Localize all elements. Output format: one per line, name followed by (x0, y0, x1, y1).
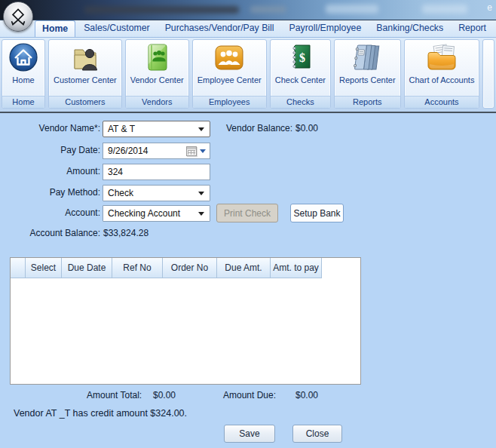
ribbon-button-home[interactable] (8, 40, 38, 75)
account-balance-value: $33,824.28 (103, 228, 148, 238)
vendor-credit-note: Vendor AT _T has credit amount $324.00. (14, 408, 187, 419)
chart-of-accounts-icon (424, 41, 459, 76)
vendor-name-select[interactable]: AT & T (103, 121, 210, 137)
chevron-down-icon (198, 192, 204, 195)
ribbon-button-label[interactable]: Chart of Accounts (405, 75, 479, 87)
customer-center-icon (69, 41, 102, 76)
amount-total-label: Amount Total: (87, 390, 142, 400)
home-icon (8, 41, 38, 76)
ribbon: HomeHomeCustomer CenterCustomersVendor C… (0, 38, 496, 113)
titlebar-corner-text: e (487, 2, 492, 13)
pay-date-label: Pay Date: (0, 145, 100, 155)
titlebar-highlight (422, 5, 467, 14)
chevron-down-icon (198, 212, 204, 216)
tab-banking-checks[interactable]: Banking/Checks (369, 20, 450, 37)
ribbon-group-footer: Customers (49, 96, 121, 108)
ribbon-group-footer: Employees (193, 96, 266, 108)
ribbon-group-footer: Accounts (405, 96, 479, 108)
ribbon-group-footer: Reports (335, 96, 400, 108)
column-header-due-date[interactable]: Due Date (62, 258, 112, 278)
blurred-title-text (84, 6, 239, 14)
svg-text:$: $ (299, 51, 305, 64)
ribbon-group-footer: Checks (271, 96, 330, 108)
tab-sales-customer[interactable]: Sales/Customer (77, 20, 156, 37)
tab-home[interactable]: Home (35, 20, 75, 37)
ribbon-group-reports: Reports CenterReports (334, 39, 401, 109)
row-selector-header[interactable] (11, 258, 26, 278)
amount-due-value: $0.00 (295, 390, 318, 400)
close-button[interactable]: Close (292, 425, 342, 443)
ribbon-button-label[interactable]: Check Center (271, 75, 330, 87)
chevron-down-icon (198, 127, 204, 131)
titlebar-highlight (326, 5, 378, 14)
chevron-down-icon[interactable] (200, 149, 206, 153)
check-center-icon: $ (284, 41, 316, 76)
bills-grid: SelectDue DateRef NoOrder NoDue Amt.Amt.… (10, 257, 361, 385)
column-header-ref-no[interactable]: Ref No (112, 258, 163, 278)
tab-payroll-employee[interactable]: Payroll/Employee (283, 20, 369, 37)
vendor-balance-value: $0.00 (295, 123, 318, 133)
ribbon-button-label[interactable]: Customer Center (49, 75, 121, 87)
ribbon-button-label[interactable]: Reports Center (335, 75, 400, 87)
pay-method-value: Check (108, 188, 133, 198)
app-window: e HomeSales/CustomerPurchases/Vendor/Pay… (0, 0, 496, 448)
ribbon-group-home: HomeHome (2, 39, 45, 109)
column-header-select[interactable]: Select (26, 258, 62, 278)
app-logo-icon (8, 7, 28, 26)
employee-center-icon (213, 41, 246, 76)
blurred-title-text (250, 6, 286, 13)
column-header-order-no[interactable]: Order No (163, 258, 217, 278)
amount-input[interactable]: 324 (103, 164, 210, 180)
ribbon-button-reports-center[interactable] (351, 40, 384, 75)
ribbon-group-checks: $Check CenterChecks (270, 39, 331, 109)
ribbon-group-footer: Home (2, 96, 44, 108)
pay-date-value: 9/26/2014 (108, 146, 148, 156)
column-header-amt-to-pay[interactable]: Amt. to pay (271, 258, 322, 278)
ribbon-button-employee-center[interactable] (213, 40, 246, 75)
ribbon-button-check-center[interactable]: $ (284, 40, 316, 75)
application-menu-orb[interactable] (3, 2, 33, 32)
ribbon-group-accounts: Chart of AccountsAccounts (404, 39, 480, 109)
amount-value: 324 (108, 167, 123, 177)
tab-report[interactable]: Report (452, 20, 493, 37)
ribbon-button-chart-of-accounts[interactable] (424, 40, 459, 75)
pay-method-label: Pay Method: (0, 187, 100, 198)
ribbon-button-vendor-center[interactable] (141, 40, 173, 75)
calendar-icon[interactable] (186, 146, 197, 156)
title-bar: e (0, 0, 496, 20)
ribbon-button-customer-center[interactable] (69, 40, 102, 75)
bills-grid-header: SelectDue DateRef NoOrder NoDue Amt.Amt.… (11, 258, 360, 278)
account-value: Checking Account (108, 208, 180, 219)
pay-bill-form: Vendor Name*: AT & T Vendor Balance: $0.… (0, 113, 496, 448)
vendor-center-icon (141, 41, 173, 76)
amount-due-label: Amount Due: (223, 390, 276, 400)
bills-grid-body[interactable] (11, 278, 360, 384)
print-check-button[interactable]: Print Check (216, 204, 278, 222)
save-button[interactable]: Save (224, 425, 275, 443)
account-balance-label: Account Balance: (0, 228, 100, 238)
vendor-name-value: AT & T (108, 124, 135, 134)
vendor-name-label: Vendor Name*: (0, 123, 100, 133)
pay-date-picker[interactable]: 9/26/2014 (103, 143, 210, 159)
vendor-balance-label: Vendor Balance: (226, 123, 292, 133)
ribbon-button-label[interactable]: Home (8, 75, 38, 87)
setup-bank-button[interactable]: Setup Bank (290, 204, 344, 222)
ribbon-tab-strip: HomeSales/CustomerPurchases/Vendor/Pay B… (0, 20, 496, 38)
reports-center-icon (351, 41, 384, 76)
ribbon-button-label[interactable]: Employee Center (193, 75, 266, 87)
amount-total-value: $0.00 (153, 390, 176, 400)
ribbon-button-label[interactable]: Vendor Center (126, 75, 188, 87)
tab-purchases-vendor-pay-bill[interactable]: Purchases/Vendor/Pay Bill (158, 20, 281, 37)
ribbon-group-employees: Employee CenterEmployees (192, 39, 267, 109)
pay-method-select[interactable]: Check (103, 185, 210, 201)
amount-label: Amount: (0, 166, 100, 176)
ribbon-group-clipped (482, 39, 494, 109)
ribbon-group-vendors: Vendor CenterVendors (125, 39, 189, 109)
ribbon-group-customers: Customer CenterCustomers (48, 39, 122, 109)
ribbon-group-footer: Vendors (126, 96, 188, 108)
account-select[interactable]: Checking Account (103, 205, 210, 222)
account-label: Account: (0, 207, 100, 218)
column-header-due-amt[interactable]: Due Amt. (217, 258, 271, 278)
